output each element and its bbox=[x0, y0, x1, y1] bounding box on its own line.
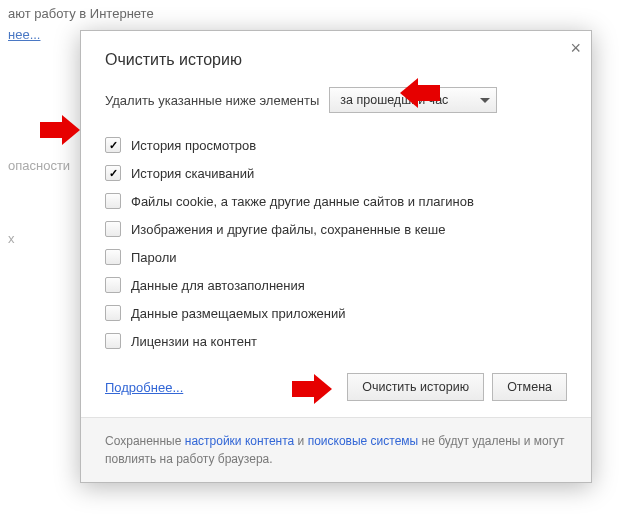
clear-history-button[interactable]: Очистить историю bbox=[347, 373, 484, 401]
checkbox-label[interactable]: История скачиваний bbox=[131, 166, 254, 181]
clear-item-row: Данные размещаемых приложений bbox=[105, 299, 567, 327]
checkbox[interactable] bbox=[105, 277, 121, 293]
time-range-label: Удалить указанные ниже элементы bbox=[105, 93, 319, 108]
checkbox[interactable] bbox=[105, 333, 121, 349]
learn-more-link[interactable]: Подробнее... bbox=[105, 380, 183, 395]
close-icon[interactable]: × bbox=[570, 39, 581, 57]
checkbox[interactable] bbox=[105, 165, 121, 181]
search-engines-link[interactable]: поисковые системы bbox=[308, 434, 419, 448]
cancel-button[interactable]: Отмена bbox=[492, 373, 567, 401]
clear-item-row: Файлы cookie, а также другие данные сайт… bbox=[105, 187, 567, 215]
checkbox-label[interactable]: Файлы cookie, а также другие данные сайт… bbox=[131, 194, 474, 209]
checkbox-label[interactable]: Изображения и другие файлы, сохраненные … bbox=[131, 222, 445, 237]
dialog-title: Очистить историю bbox=[105, 51, 567, 69]
checkbox-label[interactable]: Данные для автозаполнения bbox=[131, 278, 305, 293]
bg-link-more[interactable]: нее... bbox=[8, 27, 40, 42]
checkbox[interactable] bbox=[105, 249, 121, 265]
checkbox[interactable] bbox=[105, 305, 121, 321]
clear-item-row: Изображения и другие файлы, сохраненные … bbox=[105, 215, 567, 243]
clear-item-row: История просмотров bbox=[105, 131, 567, 159]
clear-item-row: История скачиваний bbox=[105, 159, 567, 187]
checkbox-label[interactable]: История просмотров bbox=[131, 138, 256, 153]
clear-item-row: Данные для автозаполнения bbox=[105, 271, 567, 299]
dialog-footer: Сохраненные настройки контента и поисков… bbox=[81, 417, 591, 482]
checkbox-label[interactable]: Лицензии на контент bbox=[131, 334, 257, 349]
checkbox[interactable] bbox=[105, 137, 121, 153]
content-settings-link[interactable]: настройки контента bbox=[185, 434, 295, 448]
clear-items-list: История просмотровИстория скачиванийФайл… bbox=[105, 131, 567, 355]
chevron-down-icon bbox=[480, 98, 490, 103]
checkbox[interactable] bbox=[105, 221, 121, 237]
checkbox-label[interactable]: Пароли bbox=[131, 250, 177, 265]
bg-text-1: ают работу в Интернете bbox=[8, 6, 632, 21]
clear-item-row: Пароли bbox=[105, 243, 567, 271]
checkbox[interactable] bbox=[105, 193, 121, 209]
clear-item-row: Лицензии на контент bbox=[105, 327, 567, 355]
checkbox-label[interactable]: Данные размещаемых приложений bbox=[131, 306, 346, 321]
clear-history-dialog: × Очистить историю Удалить указанные ниж… bbox=[80, 30, 592, 483]
